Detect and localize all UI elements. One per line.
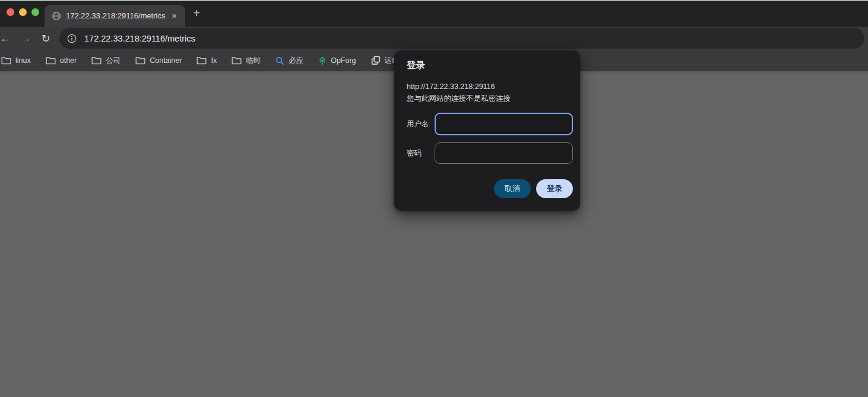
bookmark-label: linux — [15, 56, 31, 65]
tab-strip: 172.22.33.218:29116/metrics × + — [0, 0, 868, 27]
zoom-window-button[interactable] — [31, 8, 39, 16]
folder-icon — [1, 56, 11, 65]
bookmark-label: other — [60, 56, 77, 65]
bookmark-folder-linux[interactable]: linux — [0, 55, 33, 66]
dialog-privacy-warning: 您与此网站的连接不是私密连接 — [407, 94, 573, 103]
bookmark-label: OpForg — [331, 56, 356, 65]
forward-icon[interactable]: → — [15, 32, 36, 45]
browser-toolbar: ← → ↻ 172.22.33.218:29116/metrics — [0, 27, 868, 50]
back-icon[interactable]: ← — [0, 32, 15, 45]
bookmark-folder-temp[interactable]: 临时 — [229, 54, 263, 68]
reload-icon[interactable]: ↻ — [36, 32, 56, 45]
new-tab-button[interactable]: + — [189, 5, 204, 21]
browser-window: 172.22.33.218:29116/metrics × + ← → ↻ 17… — [0, 0, 868, 397]
http-auth-dialog: 登录 http://172.22.33.218:29116 您与此网站的连接不是… — [394, 50, 580, 211]
window-top-edge — [0, 0, 868, 1]
folder-icon — [91, 56, 102, 65]
username-row: 用户名 — [407, 113, 573, 135]
overlapping-squares-icon — [371, 56, 381, 65]
bookmark-folder-company[interactable]: 公司 — [89, 54, 123, 68]
browser-tab[interactable]: 172.22.33.218:29116/metrics × — [45, 5, 185, 27]
signin-button[interactable]: 登录 — [536, 179, 573, 198]
bookmark-bing[interactable]: 必应 — [273, 54, 306, 68]
dialog-buttons: 取消 登录 — [407, 179, 573, 198]
bookmark-label: 必应 — [289, 56, 303, 66]
search-icon — [275, 56, 284, 65]
bookmark-label: fx — [211, 56, 217, 65]
tree-icon — [318, 56, 327, 65]
url-text: 172.22.33.218:29116/metrics — [84, 34, 195, 43]
bookmark-folder-container[interactable]: Container — [133, 55, 184, 66]
bookmark-opforg[interactable]: OpForg — [316, 55, 358, 67]
close-window-button[interactable] — [7, 8, 14, 16]
folder-icon — [232, 56, 242, 65]
username-field[interactable] — [435, 113, 573, 135]
bookmark-label: Container — [150, 56, 182, 65]
folder-icon — [197, 56, 207, 65]
bookmark-folder-fx[interactable]: fx — [194, 55, 219, 66]
tab-close-icon[interactable]: × — [170, 11, 178, 20]
dialog-title: 登录 — [407, 50, 573, 71]
cancel-button[interactable]: 取消 — [494, 179, 531, 198]
tab-title: 172.22.33.218:29116/metrics — [66, 11, 166, 20]
password-field[interactable] — [435, 142, 573, 164]
folder-icon — [46, 56, 56, 65]
password-label: 密码 — [407, 148, 435, 158]
password-row: 密码 — [407, 142, 573, 164]
folder-icon — [135, 56, 145, 65]
globe-favicon-icon — [52, 11, 61, 21]
dialog-site-url: http://172.22.33.218:29116 — [407, 82, 573, 91]
window-controls — [7, 8, 39, 16]
site-info-icon[interactable] — [64, 31, 80, 46]
address-bar[interactable]: 172.22.33.218:29116/metrics — [59, 28, 864, 49]
bookmark-label: 临时 — [246, 56, 261, 66]
bookmark-folder-other[interactable]: other — [43, 55, 80, 66]
minimize-window-button[interactable] — [19, 8, 27, 16]
bookmark-label: 公司 — [106, 56, 121, 66]
username-label: 用户名 — [407, 119, 435, 129]
